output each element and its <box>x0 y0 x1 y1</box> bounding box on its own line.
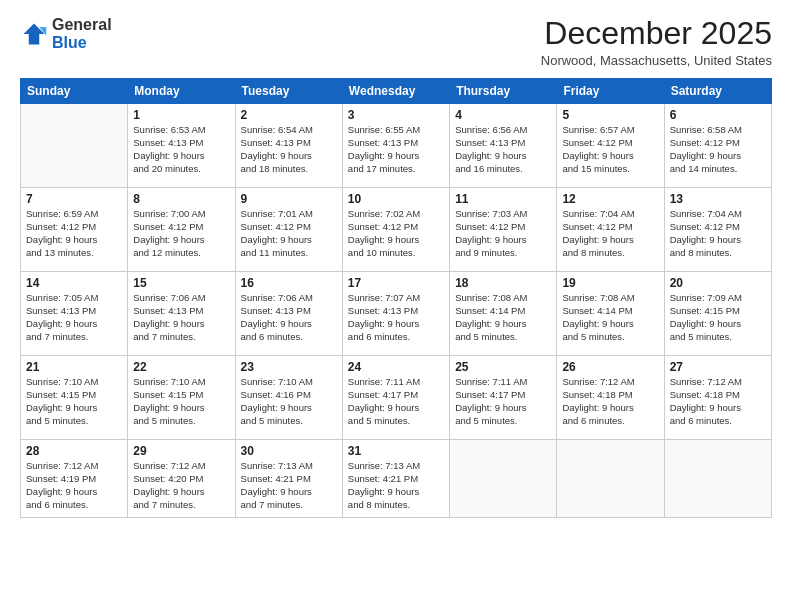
day-cell: 5Sunrise: 6:57 AM Sunset: 4:12 PM Daylig… <box>557 104 664 188</box>
month-title: December 2025 <box>541 16 772 51</box>
day-cell: 13Sunrise: 7:04 AM Sunset: 4:12 PM Dayli… <box>664 188 771 272</box>
day-info: Sunrise: 7:03 AM Sunset: 4:12 PM Dayligh… <box>455 208 551 259</box>
day-cell: 12Sunrise: 7:04 AM Sunset: 4:12 PM Dayli… <box>557 188 664 272</box>
weekday-monday: Monday <box>128 79 235 104</box>
weekday-tuesday: Tuesday <box>235 79 342 104</box>
day-number: 30 <box>241 444 337 458</box>
day-info: Sunrise: 7:06 AM Sunset: 4:13 PM Dayligh… <box>241 292 337 343</box>
day-cell: 23Sunrise: 7:10 AM Sunset: 4:16 PM Dayli… <box>235 356 342 440</box>
day-cell: 9Sunrise: 7:01 AM Sunset: 4:12 PM Daylig… <box>235 188 342 272</box>
day-info: Sunrise: 7:00 AM Sunset: 4:12 PM Dayligh… <box>133 208 229 259</box>
day-cell: 27Sunrise: 7:12 AM Sunset: 4:18 PM Dayli… <box>664 356 771 440</box>
day-info: Sunrise: 7:11 AM Sunset: 4:17 PM Dayligh… <box>348 376 444 427</box>
day-number: 18 <box>455 276 551 290</box>
day-number: 5 <box>562 108 658 122</box>
day-number: 23 <box>241 360 337 374</box>
day-number: 16 <box>241 276 337 290</box>
day-number: 9 <box>241 192 337 206</box>
week-row-4: 21Sunrise: 7:10 AM Sunset: 4:15 PM Dayli… <box>21 356 772 440</box>
day-info: Sunrise: 6:57 AM Sunset: 4:12 PM Dayligh… <box>562 124 658 175</box>
logo-text: General Blue <box>52 16 112 51</box>
day-cell: 17Sunrise: 7:07 AM Sunset: 4:13 PM Dayli… <box>342 272 449 356</box>
day-cell: 6Sunrise: 6:58 AM Sunset: 4:12 PM Daylig… <box>664 104 771 188</box>
day-cell <box>450 440 557 518</box>
day-info: Sunrise: 7:10 AM Sunset: 4:15 PM Dayligh… <box>133 376 229 427</box>
header: General Blue December 2025 Norwood, Mass… <box>20 16 772 68</box>
day-number: 6 <box>670 108 766 122</box>
day-cell <box>557 440 664 518</box>
day-info: Sunrise: 7:06 AM Sunset: 4:13 PM Dayligh… <box>133 292 229 343</box>
day-info: Sunrise: 7:07 AM Sunset: 4:13 PM Dayligh… <box>348 292 444 343</box>
day-info: Sunrise: 7:04 AM Sunset: 4:12 PM Dayligh… <box>562 208 658 259</box>
day-number: 11 <box>455 192 551 206</box>
day-number: 1 <box>133 108 229 122</box>
calendar: SundayMondayTuesdayWednesdayThursdayFrid… <box>20 78 772 518</box>
day-number: 7 <box>26 192 122 206</box>
day-number: 21 <box>26 360 122 374</box>
day-cell: 14Sunrise: 7:05 AM Sunset: 4:13 PM Dayli… <box>21 272 128 356</box>
day-cell: 21Sunrise: 7:10 AM Sunset: 4:15 PM Dayli… <box>21 356 128 440</box>
day-number: 31 <box>348 444 444 458</box>
week-row-1: 1Sunrise: 6:53 AM Sunset: 4:13 PM Daylig… <box>21 104 772 188</box>
day-cell: 31Sunrise: 7:13 AM Sunset: 4:21 PM Dayli… <box>342 440 449 518</box>
weekday-header-row: SundayMondayTuesdayWednesdayThursdayFrid… <box>21 79 772 104</box>
day-number: 24 <box>348 360 444 374</box>
day-cell: 26Sunrise: 7:12 AM Sunset: 4:18 PM Dayli… <box>557 356 664 440</box>
day-info: Sunrise: 7:12 AM Sunset: 4:19 PM Dayligh… <box>26 460 122 511</box>
page: General Blue December 2025 Norwood, Mass… <box>0 0 792 612</box>
day-info: Sunrise: 6:56 AM Sunset: 4:13 PM Dayligh… <box>455 124 551 175</box>
day-cell: 20Sunrise: 7:09 AM Sunset: 4:15 PM Dayli… <box>664 272 771 356</box>
weekday-saturday: Saturday <box>664 79 771 104</box>
day-cell: 24Sunrise: 7:11 AM Sunset: 4:17 PM Dayli… <box>342 356 449 440</box>
day-cell: 22Sunrise: 7:10 AM Sunset: 4:15 PM Dayli… <box>128 356 235 440</box>
title-block: December 2025 Norwood, Massachusetts, Un… <box>541 16 772 68</box>
weekday-sunday: Sunday <box>21 79 128 104</box>
day-cell: 4Sunrise: 6:56 AM Sunset: 4:13 PM Daylig… <box>450 104 557 188</box>
logo-icon <box>20 20 48 48</box>
week-row-3: 14Sunrise: 7:05 AM Sunset: 4:13 PM Dayli… <box>21 272 772 356</box>
day-number: 19 <box>562 276 658 290</box>
day-info: Sunrise: 6:54 AM Sunset: 4:13 PM Dayligh… <box>241 124 337 175</box>
day-cell: 11Sunrise: 7:03 AM Sunset: 4:12 PM Dayli… <box>450 188 557 272</box>
day-number: 8 <box>133 192 229 206</box>
day-number: 10 <box>348 192 444 206</box>
day-info: Sunrise: 7:12 AM Sunset: 4:18 PM Dayligh… <box>670 376 766 427</box>
day-info: Sunrise: 7:08 AM Sunset: 4:14 PM Dayligh… <box>455 292 551 343</box>
day-number: 26 <box>562 360 658 374</box>
day-cell: 25Sunrise: 7:11 AM Sunset: 4:17 PM Dayli… <box>450 356 557 440</box>
day-cell: 3Sunrise: 6:55 AM Sunset: 4:13 PM Daylig… <box>342 104 449 188</box>
weekday-friday: Friday <box>557 79 664 104</box>
day-info: Sunrise: 7:04 AM Sunset: 4:12 PM Dayligh… <box>670 208 766 259</box>
svg-marker-0 <box>24 23 45 44</box>
day-number: 28 <box>26 444 122 458</box>
day-number: 17 <box>348 276 444 290</box>
day-cell: 19Sunrise: 7:08 AM Sunset: 4:14 PM Dayli… <box>557 272 664 356</box>
day-info: Sunrise: 7:08 AM Sunset: 4:14 PM Dayligh… <box>562 292 658 343</box>
day-cell: 10Sunrise: 7:02 AM Sunset: 4:12 PM Dayli… <box>342 188 449 272</box>
day-cell: 18Sunrise: 7:08 AM Sunset: 4:14 PM Dayli… <box>450 272 557 356</box>
day-info: Sunrise: 7:10 AM Sunset: 4:16 PM Dayligh… <box>241 376 337 427</box>
weekday-thursday: Thursday <box>450 79 557 104</box>
day-number: 12 <box>562 192 658 206</box>
day-cell: 2Sunrise: 6:54 AM Sunset: 4:13 PM Daylig… <box>235 104 342 188</box>
day-cell <box>21 104 128 188</box>
day-info: Sunrise: 7:02 AM Sunset: 4:12 PM Dayligh… <box>348 208 444 259</box>
day-info: Sunrise: 7:13 AM Sunset: 4:21 PM Dayligh… <box>348 460 444 511</box>
location: Norwood, Massachusetts, United States <box>541 53 772 68</box>
weekday-wednesday: Wednesday <box>342 79 449 104</box>
day-number: 4 <box>455 108 551 122</box>
day-info: Sunrise: 7:12 AM Sunset: 4:20 PM Dayligh… <box>133 460 229 511</box>
day-info: Sunrise: 6:58 AM Sunset: 4:12 PM Dayligh… <box>670 124 766 175</box>
week-row-5: 28Sunrise: 7:12 AM Sunset: 4:19 PM Dayli… <box>21 440 772 518</box>
day-number: 22 <box>133 360 229 374</box>
day-info: Sunrise: 7:10 AM Sunset: 4:15 PM Dayligh… <box>26 376 122 427</box>
day-cell: 29Sunrise: 7:12 AM Sunset: 4:20 PM Dayli… <box>128 440 235 518</box>
day-info: Sunrise: 6:59 AM Sunset: 4:12 PM Dayligh… <box>26 208 122 259</box>
day-cell <box>664 440 771 518</box>
day-cell: 1Sunrise: 6:53 AM Sunset: 4:13 PM Daylig… <box>128 104 235 188</box>
day-number: 14 <box>26 276 122 290</box>
day-info: Sunrise: 7:13 AM Sunset: 4:21 PM Dayligh… <box>241 460 337 511</box>
day-cell: 30Sunrise: 7:13 AM Sunset: 4:21 PM Dayli… <box>235 440 342 518</box>
day-number: 29 <box>133 444 229 458</box>
day-number: 27 <box>670 360 766 374</box>
